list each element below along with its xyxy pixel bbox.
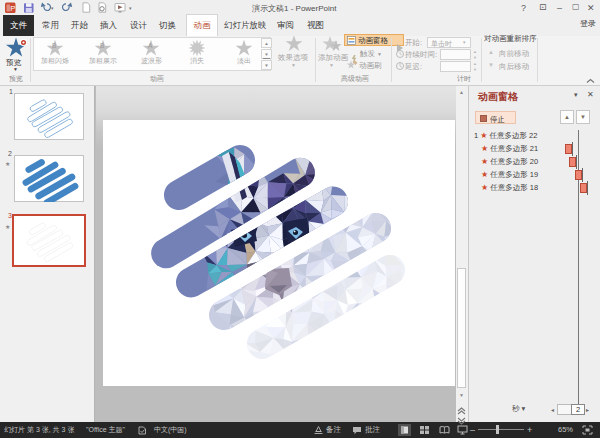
svg-text:P: P	[10, 4, 15, 13]
svg-text:▾: ▾	[129, 5, 132, 11]
svg-text:▾: ▾	[51, 5, 54, 11]
